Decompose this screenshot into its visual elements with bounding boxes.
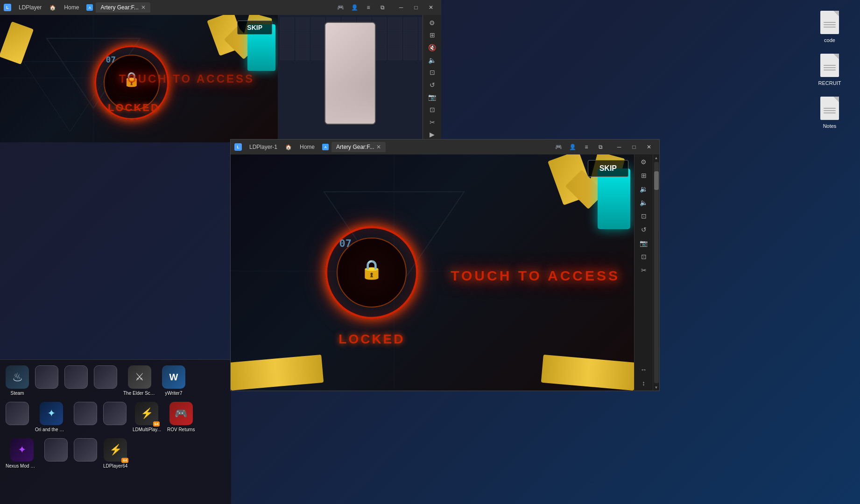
- scroll-thumb-2[interactable]: [654, 171, 659, 190]
- app-icon-3[interactable]: [63, 364, 90, 398]
- tab-artery-1[interactable]: Artery Gear:F... ✕: [96, 2, 150, 13]
- screen-tool-2[interactable]: ⊡: [637, 210, 650, 223]
- ywriter7-icon: W: [162, 365, 185, 389]
- vol-up-tool-2[interactable]: 🔉: [637, 182, 650, 196]
- restore-icon-1[interactable]: ⧉: [376, 3, 389, 12]
- tab-home-1-label: Home: [64, 4, 79, 11]
- maximize-btn-1[interactable]: □: [409, 3, 423, 12]
- window-1-titlebar: L LDPlayer 🏠 Home A Artery Gear:F... ✕ 🎮: [0, 0, 441, 15]
- rotate-tool-2[interactable]: ↺: [637, 223, 650, 236]
- game-area-2[interactable]: 07 🔒 LOCKED TOUCH TO ACCESS SKIP: [231, 154, 634, 391]
- key-tool-2[interactable]: ⊡: [637, 250, 650, 263]
- locked-text-1: LOCKED: [108, 102, 160, 114]
- scissors-tool-1[interactable]: ✂: [426, 116, 439, 128]
- settings-tool-1[interactable]: ⚙: [426, 17, 439, 29]
- app-icon-ywriter7[interactable]: W yWriter7: [160, 364, 187, 398]
- restore-icon-2[interactable]: ⧉: [594, 142, 607, 152]
- scroll-up-2[interactable]: ▲: [653, 154, 660, 161]
- rotate-tool-1[interactable]: ↺: [426, 79, 439, 91]
- tab-home-2[interactable]: Home: [295, 142, 319, 152]
- close-tab-1-icon[interactable]: ✕: [141, 4, 146, 11]
- minimize-btn-1[interactable]: ─: [395, 3, 408, 12]
- app-icon-ldplayer64[interactable]: ⚡ LDPlayer64: [101, 436, 129, 470]
- window-2-content: 07 🔒 LOCKED TOUCH TO ACCESS SKIP ⚙: [231, 154, 659, 391]
- user-icon-1[interactable]: 👤: [348, 3, 361, 12]
- cherry-bottom: [325, 84, 375, 124]
- gamepad-icon-2[interactable]: 🎮: [552, 142, 565, 152]
- window-2-right: ⚙ ⊞ 🔉 🔈 ⊡ ↺ 📷 ⊡ ✂ ↔ ↕: [634, 154, 659, 391]
- game-area-1[interactable]: 07 🔒 LOCKED TOUCH TO ACCESS SKIP: [0, 15, 278, 142]
- skip-btn-2[interactable]: SKIP: [588, 160, 628, 177]
- app-icon-8[interactable]: [72, 400, 99, 434]
- user-icon-2[interactable]: 👤: [566, 142, 579, 152]
- tab-artery-1-label: Artery Gear:F...: [100, 4, 138, 11]
- app-icon-elder-scrolls[interactable]: ⚔ The Elder Scrolls -...: [121, 364, 158, 398]
- touch-text-2: TOUCH TO ACCESS: [451, 268, 620, 284]
- close-tab-2-icon[interactable]: ✕: [376, 144, 381, 150]
- camera-tool-2[interactable]: 📷: [637, 237, 650, 250]
- scroll-track-2: [654, 162, 659, 383]
- recruit-icon-label: RECRUIT: [818, 80, 841, 86]
- tab-ldplayer-1[interactable]: LDPlayer: [14, 2, 46, 13]
- vol-down-tool-2[interactable]: 🔈: [637, 196, 650, 209]
- key-tool-1[interactable]: ⊡: [426, 104, 439, 116]
- grid-tool-1[interactable]: ⊞: [426, 29, 439, 42]
- right-panel-1: [278, 15, 423, 142]
- vol-mute-tool-1[interactable]: 🔇: [426, 42, 439, 54]
- arrow-left-tool-2[interactable]: ↔: [637, 363, 650, 376]
- desktop-icon-notes[interactable]: Notes: [813, 95, 846, 129]
- app-icon-ori[interactable]: ✦ Ori and the Will of th...: [33, 400, 70, 434]
- close-btn-1[interactable]: ✕: [424, 3, 437, 12]
- desktop-icon-code[interactable]: code: [813, 9, 846, 43]
- app-icon-9[interactable]: [101, 400, 128, 434]
- minimize-btn-2[interactable]: ─: [613, 142, 626, 152]
- icon-14-img: [74, 438, 97, 462]
- maximize-btn-2[interactable]: □: [627, 142, 641, 152]
- window-2-scrollbar[interactable]: ▲ ▼: [653, 154, 659, 391]
- code-icon-label: code: [824, 37, 835, 43]
- scissors-tool-2[interactable]: ✂: [637, 264, 650, 277]
- vol-down-tool-1[interactable]: 🔈: [426, 54, 439, 66]
- ywriter7-label: yWriter7: [165, 391, 182, 396]
- fullscreen-tool-1[interactable]: ⊡: [426, 66, 439, 78]
- menu-icon-1[interactable]: ≡: [362, 3, 375, 12]
- window-1-controls: 🎮 👤 ≡ ⧉ ─ □ ✕: [334, 3, 437, 12]
- arrow-down-tool-2[interactable]: ↕: [637, 377, 650, 390]
- tab-ldplayer1-2[interactable]: LDPlayer-1: [245, 142, 282, 152]
- gamepad-icon-1[interactable]: 🎮: [334, 3, 347, 12]
- locked-text-2: LOCKED: [338, 332, 405, 347]
- app-icon-steam[interactable]: ♨ Steam: [4, 364, 31, 398]
- bottom-desktop: ♨ Steam ⚔: [0, 359, 231, 504]
- app-icon-nexus-mod[interactable]: ✦ Nexus Mod Manager: [4, 436, 40, 470]
- steam-label: Steam: [11, 391, 24, 396]
- artery-icon-tab2: A: [322, 144, 329, 150]
- app-icon-4[interactable]: [92, 364, 119, 398]
- scroll-down-2[interactable]: ▼: [653, 384, 660, 391]
- app-icon-13[interactable]: [42, 436, 70, 470]
- skip-btn-1[interactable]: SKIP: [237, 21, 272, 35]
- ldplayer64-label: LDPlayer64: [103, 463, 127, 469]
- app-icon-6[interactable]: [4, 400, 31, 434]
- rov-icon: 🎮: [169, 402, 193, 425]
- settings-tool-2[interactable]: ⚙: [637, 155, 650, 168]
- steam-icon: ♨: [6, 365, 29, 389]
- app-icon-14[interactable]: [72, 436, 99, 470]
- tab-ldplayer1-2-label: LDPlayer-1: [249, 144, 277, 150]
- close-btn-2[interactable]: ✕: [642, 142, 656, 152]
- icon-row-1: ♨ Steam ⚔: [4, 364, 227, 398]
- app-icon-rov[interactable]: 🎮 ROV Returns: [165, 400, 197, 434]
- grid-tool-2[interactable]: ⊞: [637, 169, 650, 182]
- window-1: L LDPlayer 🏠 Home A Artery Gear:F... ✕ 🎮: [0, 0, 441, 142]
- tab-home-1[interactable]: Home: [59, 2, 84, 13]
- ldplayer-icon-tab2: L: [234, 143, 242, 151]
- app-icon-2[interactable]: [33, 364, 60, 398]
- menu-icon-2[interactable]: ≡: [580, 142, 593, 152]
- icon-3-img: [64, 365, 88, 389]
- steam-logo: ♨: [12, 370, 23, 385]
- notes-file-icon: [820, 97, 839, 120]
- app-icon-ldmulti[interactable]: ⚡ LDMultiPlay...: [131, 400, 163, 434]
- tab-artery-2[interactable]: Artery Gear:F... ✕: [331, 142, 386, 152]
- desktop-icon-recruit[interactable]: RECRUIT: [813, 52, 846, 86]
- notes-icon-img: [818, 95, 841, 121]
- camera-tool-1[interactable]: 📷: [426, 91, 439, 104]
